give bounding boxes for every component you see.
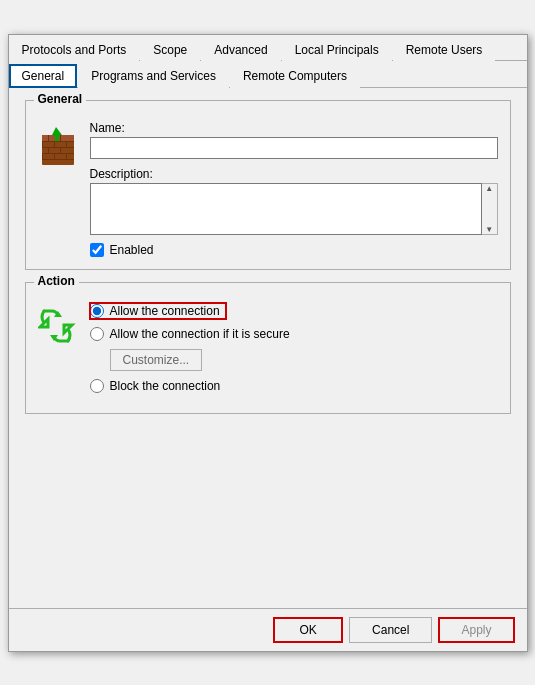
svg-rect-17 [55,135,59,141]
tab-scope[interactable]: Scope [140,38,200,61]
enabled-checkbox[interactable] [90,243,104,257]
radio-group: Allow the connection Allow the connectio… [90,303,498,401]
general-section: General [25,100,511,270]
enabled-label: Enabled [110,243,154,257]
svg-rect-3 [42,147,74,148]
svg-rect-5 [42,159,74,160]
tab-advanced[interactable]: Advanced [201,38,280,61]
svg-marker-16 [52,127,62,135]
tab-programs-and-services[interactable]: Programs and Services [78,64,229,88]
svg-rect-4 [42,153,74,154]
bottom-button-bar: OK Cancel Apply [9,608,527,651]
tab-row-2: General Programs and Services Remote Com… [9,61,527,88]
scroll-up-icon[interactable]: ▲ [485,184,493,193]
svg-rect-7 [60,135,61,141]
cancel-button[interactable]: Cancel [349,617,432,643]
radio-block-connection-label: Block the connection [110,379,221,393]
radio-block-connection-row: Block the connection [90,379,498,393]
radio-allow-if-secure-row: Allow the connection if it is secure [90,327,498,341]
svg-rect-13 [42,154,43,160]
tab-remote-users[interactable]: Remote Users [393,38,496,61]
radio-allow-connection-row: Allow the connection [90,303,498,319]
svg-rect-15 [66,154,67,160]
tab-row-1: Protocols and Ports Scope Advanced Local… [9,35,527,61]
action-inner: Allow the connection Allow the connectio… [38,303,498,401]
radio-allow-connection-box: Allow the connection [90,303,226,319]
dialog-window: Protocols and Ports Scope Advanced Local… [8,34,528,652]
green-arrows-svg [38,303,76,351]
name-label: Name: [90,121,498,135]
radio-allow-if-secure[interactable] [90,327,104,341]
svg-rect-8 [42,142,43,148]
action-green-arrows-icon [38,303,78,354]
svg-rect-12 [60,148,61,154]
enabled-checkbox-row: Enabled [90,243,498,257]
apply-button[interactable]: Apply [438,617,514,643]
svg-rect-6 [48,135,49,141]
radio-allow-connection-label: Allow the connection [110,304,220,318]
customize-button[interactable]: Customize... [110,349,203,371]
radio-allow-if-secure-label: Allow the connection if it is secure [110,327,290,341]
scroll-down-icon[interactable]: ▼ [485,225,493,234]
radio-block-connection[interactable] [90,379,104,393]
name-field-group: Name: [90,121,498,159]
firewall-icon [38,125,78,165]
description-field-group: Description: ▲ ▼ [90,167,498,235]
tab-protocols-and-ports[interactable]: Protocols and Ports [9,38,140,61]
svg-rect-10 [66,142,67,148]
general-inner: Name: Description: ▲ ▼ [38,121,498,257]
fields-column: Name: Description: ▲ ▼ [90,121,498,257]
action-section-title: Action [34,274,79,288]
description-input[interactable] [90,183,483,235]
svg-rect-2 [42,141,74,142]
tab-remote-computers[interactable]: Remote Computers [230,64,360,88]
ok-button[interactable]: OK [273,617,343,643]
content-area: General [9,88,527,608]
svg-rect-9 [54,142,55,148]
tab-general[interactable]: General [9,64,78,88]
description-label: Description: [90,167,498,181]
scrollbar[interactable]: ▲ ▼ [482,183,497,235]
general-section-title: General [34,92,87,106]
action-section: Action [25,282,511,414]
tab-local-principals[interactable]: Local Principals [282,38,392,61]
description-textarea-wrapper: ▲ ▼ [90,183,498,235]
radio-allow-connection[interactable] [90,304,104,318]
svg-rect-11 [48,148,49,154]
name-input[interactable] [90,137,498,159]
firewall-svg-icon [38,125,78,169]
customize-button-row: Customize... [90,349,498,371]
svg-rect-14 [54,154,55,160]
